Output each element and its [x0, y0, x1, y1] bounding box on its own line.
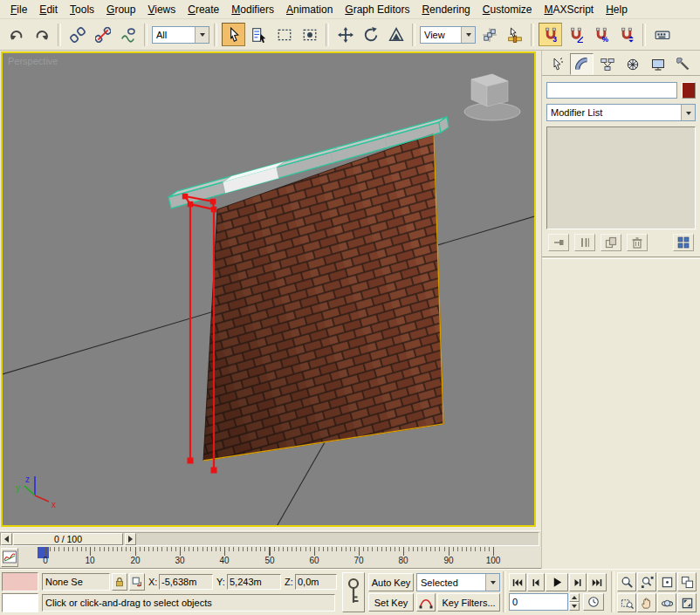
- zoom-button[interactable]: [617, 572, 636, 591]
- time-slider-prev-button[interactable]: [1, 533, 12, 545]
- menu-animation[interactable]: Animation: [280, 2, 339, 17]
- go-to-start-button[interactable]: [509, 573, 526, 591]
- previous-frame-button[interactable]: [527, 573, 545, 591]
- min-max-toggle-button[interactable]: [677, 593, 697, 612]
- open-mini-curve-editor-button[interactable]: [1, 548, 18, 567]
- show-end-result-button[interactable]: [574, 234, 595, 251]
- go-to-end-button[interactable]: [587, 573, 607, 591]
- arc-rotate-button[interactable]: [657, 593, 676, 612]
- set-key-button[interactable]: Set Key: [368, 593, 414, 612]
- remove-modifier-button[interactable]: [627, 234, 648, 251]
- reference-coordinate-system-dropdown[interactable]: View: [420, 26, 476, 44]
- snaps-3d-magnet-icon: 3: [543, 27, 559, 43]
- set-keys-button[interactable]: [342, 572, 365, 612]
- perspective-viewport[interactable]: Perspective: [1, 51, 536, 527]
- menu-views[interactable]: Views: [141, 2, 182, 17]
- menu-edit[interactable]: Edit: [33, 2, 64, 17]
- dropdown-arrow-icon[interactable]: [195, 27, 209, 43]
- redo-button[interactable]: [30, 23, 53, 46]
- next-frame-button[interactable]: [569, 573, 587, 591]
- x-coordinate-field[interactable]: [159, 574, 213, 590]
- tab-modify[interactable]: [570, 53, 594, 75]
- play-animation-button[interactable]: [546, 573, 568, 591]
- default-tangents-button[interactable]: [416, 593, 436, 612]
- unlink-selection-button[interactable]: [91, 23, 114, 46]
- object-name-field[interactable]: [546, 82, 677, 99]
- menu-modifiers[interactable]: Modifiers: [225, 2, 280, 17]
- link-icon: [70, 27, 86, 43]
- key-filters-button[interactable]: Key Filters...: [437, 593, 500, 612]
- select-and-link-button[interactable]: [65, 23, 89, 46]
- maxscript-macro-recorder-pane[interactable]: [2, 572, 38, 591]
- window-crossing-button[interactable]: [298, 23, 321, 46]
- make-unique-button[interactable]: [600, 234, 621, 251]
- menu-graph-editors[interactable]: Graph Editors: [339, 2, 415, 17]
- tab-display[interactable]: [646, 53, 669, 75]
- current-frame-field[interactable]: [509, 593, 568, 611]
- time-slider-handle[interactable]: 0 / 100: [13, 533, 123, 545]
- undo-button[interactable]: [4, 23, 28, 46]
- snaps-toggle-button[interactable]: 3: [539, 23, 562, 46]
- bind-to-space-warp-button[interactable]: [116, 23, 140, 46]
- menu-tools[interactable]: Tools: [64, 2, 100, 17]
- use-pivot-point-center-button[interactable]: [477, 23, 501, 46]
- dropdown-arrow-icon[interactable]: [485, 574, 499, 591]
- select-and-rotate-button[interactable]: [359, 23, 382, 46]
- menu-file[interactable]: File: [4, 2, 33, 17]
- zoom-extents-all-button[interactable]: [677, 572, 697, 591]
- angle-snap-toggle-button[interactable]: [564, 23, 587, 46]
- frame-spinner-down[interactable]: [569, 602, 580, 611]
- time-configuration-button[interactable]: [583, 593, 604, 611]
- tab-utilities[interactable]: [671, 53, 695, 75]
- key-mode-dropdown[interactable]: Selected: [416, 573, 500, 591]
- zoom-region-button[interactable]: [617, 593, 636, 612]
- maxscript-mini-listener-pane[interactable]: [2, 593, 38, 612]
- toolbar-separator: [144, 24, 148, 46]
- tick-label: 20: [130, 556, 140, 565]
- tab-create[interactable]: [545, 53, 568, 75]
- select-and-manipulate-button[interactable]: [503, 23, 526, 46]
- object-color-swatch[interactable]: [682, 82, 696, 99]
- manipulate-icon: [507, 27, 523, 43]
- configure-modifier-sets-button[interactable]: [673, 234, 694, 251]
- menu-create[interactable]: Create: [182, 2, 225, 17]
- pan-view-button[interactable]: [637, 593, 656, 612]
- menu-rendering[interactable]: Rendering: [415, 2, 476, 17]
- zoom-all-button[interactable]: [637, 572, 656, 591]
- rectangular-selection-region-button[interactable]: [272, 23, 296, 46]
- menu-maxscript[interactable]: MAXScript: [539, 2, 600, 17]
- y-coordinate-field[interactable]: [227, 574, 281, 590]
- time-slider-next-button[interactable]: [125, 533, 136, 545]
- selection-lock-toggle[interactable]: [112, 573, 127, 591]
- select-object-button[interactable]: [222, 23, 245, 46]
- tick-label: 60: [309, 556, 319, 565]
- dropdown-arrow-icon[interactable]: [461, 27, 475, 43]
- zoom-extents-all-icon: [681, 576, 694, 589]
- tab-motion[interactable]: [621, 53, 644, 75]
- pin-stack-button[interactable]: [548, 234, 569, 251]
- auto-key-button[interactable]: Auto Key: [368, 573, 414, 591]
- menu-group[interactable]: Group: [100, 2, 141, 17]
- menu-help[interactable]: Help: [600, 2, 634, 17]
- percent-snap-toggle-button[interactable]: %: [589, 23, 613, 46]
- zoom-extents-button[interactable]: [657, 572, 676, 591]
- modifier-list-dropdown[interactable]: Modifier List: [546, 104, 696, 121]
- select-and-scale-button[interactable]: [384, 23, 408, 46]
- select-by-name-button[interactable]: [247, 23, 271, 46]
- modifier-stack-list[interactable]: [546, 126, 696, 229]
- track-bar[interactable]: 0 10 20 30 40 50 60 70 80 90 100: [0, 546, 541, 569]
- absolute-offset-mode-toggle[interactable]: [129, 573, 145, 591]
- dropdown-arrow-icon[interactable]: [681, 105, 695, 120]
- keyboard-shortcut-override-button[interactable]: [650, 23, 674, 46]
- viewport-label[interactable]: Perspective: [8, 56, 58, 66]
- menu-customize[interactable]: Customize: [477, 2, 539, 17]
- selection-filter-dropdown[interactable]: All: [152, 26, 209, 44]
- z-coordinate-field[interactable]: [295, 574, 337, 590]
- spinner-snap-toggle-button[interactable]: [614, 23, 638, 46]
- left-arrow-icon: [1, 536, 9, 543]
- frame-spinner-up[interactable]: [569, 593, 580, 602]
- selection-filter-value: All: [153, 30, 195, 40]
- tab-hierarchy[interactable]: [595, 53, 619, 75]
- select-and-move-button[interactable]: [333, 23, 357, 46]
- time-slider[interactable]: 0 / 100: [0, 530, 541, 546]
